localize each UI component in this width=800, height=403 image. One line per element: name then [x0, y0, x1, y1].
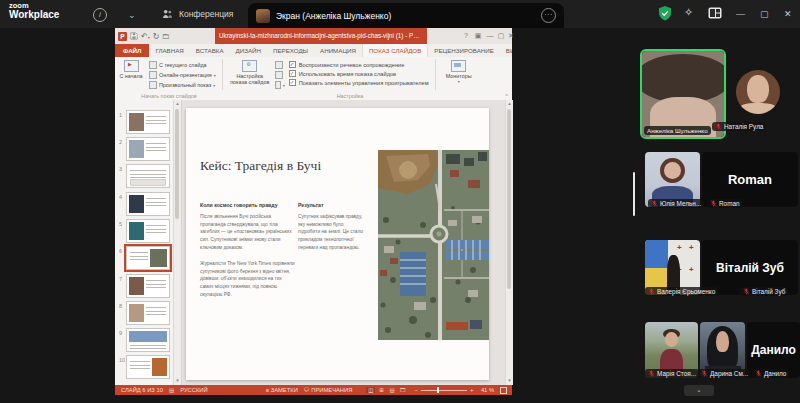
slide-sorter-icon[interactable]: ⊞ [377, 387, 386, 393]
slide-thumbnail-9[interactable] [126, 328, 170, 352]
setup-checkboxes: Воспроизвести речевое сопровождение Испо… [289, 59, 429, 90]
slide-thumbnail-2[interactable] [126, 137, 170, 161]
ribbon-tab-home[interactable]: ГЛАВНАЯ [149, 44, 189, 57]
info-icon[interactable]: i [93, 8, 107, 22]
checkbox-use-timings[interactable]: Использовать время показа слайдов [289, 70, 429, 77]
language-indicator[interactable]: РУССКИЙ [180, 387, 208, 393]
rehearse-timings-button[interactable] [275, 71, 285, 79]
slide-thumbnail-4[interactable] [126, 192, 170, 216]
slide-thumbnail-1[interactable] [126, 110, 170, 134]
view-buttons: ◫ ⊞ ▤ 🗖 [366, 387, 407, 393]
participant-name: Данило [751, 343, 796, 357]
zoom-slider-knob[interactable] [437, 387, 439, 393]
slide-thumbnail-7[interactable] [126, 274, 170, 298]
save-icon[interactable] [130, 32, 138, 40]
scroll-up-icon[interactable]: ▲ [506, 100, 513, 108]
notes-pane-icon[interactable]: ▤ [169, 387, 174, 393]
group-separator [222, 59, 223, 90]
from-current-slide-button[interactable]: С текущего слайда [149, 61, 216, 69]
record-slideshow-button[interactable]: ▾ [275, 81, 285, 89]
thumbnails-scrollbar[interactable]: ▲ ▼ [173, 100, 181, 385]
participant-name: Віталій Зуб [752, 288, 785, 295]
undo-icon[interactable]: ↶▾ [141, 32, 150, 41]
monitors-button[interactable]: Мониторы ▾ [442, 59, 476, 90]
slide-thumbnail-5[interactable] [126, 219, 170, 243]
current-slide-icon [149, 61, 157, 69]
from-beginning-button[interactable]: С начала [117, 59, 145, 90]
layout-grid-icon[interactable] [708, 7, 722, 19]
scroll-up-icon[interactable]: ▲ [174, 100, 181, 108]
app-title-bar: zoom Workplace i ⌄ Конференция Экран (Ан… [0, 0, 800, 28]
muted-mic-icon [715, 123, 722, 130]
checkbox-play-narrations[interactable]: Воспроизвести речевое сопровождение [289, 61, 429, 68]
notes-button[interactable]: ≡ ЗАМЕТКИ [266, 387, 298, 393]
checkbox-show-media-controls[interactable]: Показать элементы управления проигрывате… [289, 79, 429, 86]
ribbon-display-icon[interactable]: ▣ [472, 28, 484, 44]
slide-col1-paragraph1: Після звільнення Бучі російська пропаган… [200, 213, 296, 251]
tab-shared-screen[interactable]: Экран (Анжеліка Шульженко) ··· [248, 3, 564, 28]
participants-strip: Анжеліка Шульженко Наталія Рула Roman Юл… [633, 28, 800, 403]
ribbon-tab-transitions[interactable]: ПЕРЕХОДЫ [267, 44, 314, 57]
ribbon: С начала С текущего слайда Онлайн-презен… [115, 57, 512, 101]
slide-area-scrollbar[interactable]: ▲ ▼ [505, 100, 513, 385]
maximize-icon[interactable]: ▢ [760, 9, 769, 19]
sidebar-scroll-indicator[interactable] [633, 172, 635, 216]
ribbon-tab-insert[interactable]: ВСТАВКА [190, 44, 230, 57]
help-icon[interactable]: ? [460, 28, 472, 44]
avatar-tile-natalia[interactable] [736, 70, 780, 114]
scroll-down-icon[interactable]: ▼ [174, 377, 181, 385]
security-shield-icon[interactable] [658, 6, 672, 21]
scrollbar-thumb[interactable] [175, 109, 179, 219]
zoom-out-icon[interactable]: － [413, 386, 419, 395]
fit-to-window-icon[interactable] [500, 387, 507, 394]
ai-companion-icon[interactable]: ✧ [684, 6, 693, 18]
chevron-down-icon[interactable]: ⌄ [128, 9, 136, 21]
setup-slideshow-button[interactable]: Настройка показа слайдов [229, 59, 271, 90]
ribbon-tab-file[interactable]: ФАЙЛ [115, 44, 149, 57]
ribbon-tab-design[interactable]: ДИЗАЙН [230, 44, 267, 57]
slide-thumbnail-3[interactable] [126, 164, 170, 188]
slide-thumbnail-6-selected[interactable] [126, 246, 170, 270]
participant-name-chip: Наталія Рула [712, 122, 766, 131]
close-icon[interactable]: ✕ [784, 9, 792, 19]
ribbon-tab-review[interactable]: РЕЦЕНЗИРОВАНИЕ [428, 44, 500, 57]
slide-thumbnails-panel: 1 2 3 4 5 6 7 8 9 10 ▲ ▼ [115, 100, 182, 385]
muted-mic-icon [743, 288, 750, 295]
slide-thumbnail-8[interactable] [126, 301, 170, 325]
redo-icon[interactable]: ↻ [153, 32, 160, 41]
collapse-ribbon-icon[interactable]: ^ [505, 93, 508, 99]
tab-options-icon[interactable]: ··· [541, 8, 556, 23]
zoom-level[interactable]: 41 % [481, 387, 494, 393]
scroll-down-icon[interactable]: ▼ [506, 377, 513, 385]
group-separator [435, 59, 436, 90]
slide-col2-heading: Результат [298, 202, 323, 208]
participant-name: Данило [764, 370, 786, 377]
scrollbar-thumb[interactable] [507, 109, 511, 289]
ribbon-tab-view[interactable]: ВИД [500, 44, 512, 57]
start-slideshow-icon[interactable]: 🗔 [162, 33, 169, 40]
zoom-slider[interactable] [421, 390, 467, 391]
slideshow-view-icon[interactable]: 🗖 [398, 387, 407, 393]
custom-show-button[interactable]: Произвольный показ ▾ [149, 81, 216, 89]
tab-meeting[interactable]: Конференция [162, 0, 233, 28]
normal-view-icon[interactable]: ◫ [366, 387, 375, 393]
ribbon-tab-slideshow[interactable]: ПОКАЗ СЛАЙДОВ [362, 44, 428, 57]
thumb-number: 4 [119, 194, 122, 200]
slide-thumbnail-10[interactable] [126, 355, 170, 379]
reading-view-icon[interactable]: ▤ [388, 387, 397, 393]
thumb-number: 8 [119, 303, 122, 309]
online-presentation-button[interactable]: Онлайн-презентация ▾ [149, 71, 216, 79]
ppt-close-icon[interactable]: ✕ [505, 28, 517, 44]
comments-button[interactable]: 🗩 ПРИМЕЧАНИЯ [304, 387, 353, 393]
from-current-label: С текущего слайда [159, 62, 207, 68]
zoom-in-icon[interactable]: ＋ [469, 386, 475, 395]
slide-canvas[interactable]: Кейс: Трагедія в Бучі Коли космос говори… [186, 108, 489, 380]
ribbon-tab-animation[interactable]: АНИМАЦИЯ [314, 44, 362, 57]
thumb-number: 3 [119, 166, 122, 172]
minimize-icon[interactable]: — [736, 9, 745, 19]
hide-slide-button[interactable] [275, 61, 285, 69]
show-more-participants-button[interactable]: ⌄ [684, 385, 714, 396]
participants-icon [162, 9, 173, 19]
custom-show-label: Произвольный показ [159, 82, 211, 88]
ppt-work-area: 1 2 3 4 5 6 7 8 9 10 ▲ ▼ Кейс: Трагедія … [115, 100, 512, 385]
